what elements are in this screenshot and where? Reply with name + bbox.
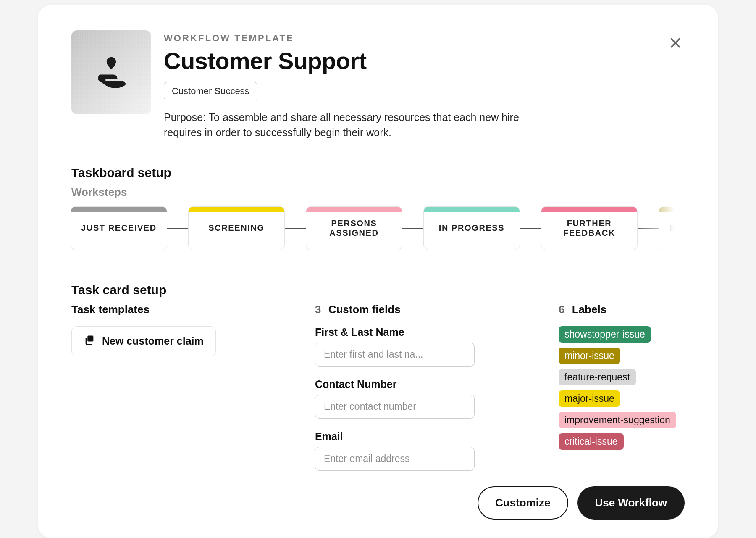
field-input[interactable]	[315, 447, 475, 471]
workstep-card[interactable]: JUST RECEIVED	[71, 206, 167, 250]
close-button[interactable]	[666, 34, 685, 53]
custom-field: Email	[315, 430, 542, 471]
workstep-label: SCREENING	[208, 223, 264, 233]
task-templates-heading: Task templates	[71, 303, 298, 316]
use-workflow-button[interactable]: Use Workflow	[578, 486, 685, 520]
field-input[interactable]	[315, 343, 475, 367]
workstep-card[interactable]: IN PROGRESS	[423, 206, 520, 250]
workstep-card[interactable]: READY TO SIGN	[659, 206, 685, 250]
svg-rect-2	[87, 335, 93, 341]
modal-header: WORKFLOW TEMPLATE Customer Support Custo…	[71, 30, 685, 140]
close-icon	[669, 36, 682, 51]
task-template-label: New customer claim	[102, 335, 204, 347]
copy-icon	[84, 334, 95, 348]
labels-count: 6	[559, 303, 564, 316]
worksteps-row: JUST RECEIVEDSCREENINGPERSONS ASSIGNEDIN…	[71, 206, 685, 250]
care-hand-icon	[88, 48, 134, 96]
label-pill[interactable]: minor-issue	[559, 348, 620, 364]
modal-footer: Customize Use Workflow	[478, 486, 685, 520]
label-pill[interactable]: improvement-suggestion	[559, 412, 676, 428]
workstep-label: FURTHER FEEDBACK	[549, 219, 630, 238]
taskboard-setup-section: Taskboard setup Worksteps JUST RECEIVEDS…	[71, 166, 685, 253]
labels-heading: 6 Labels	[559, 303, 685, 316]
step-connector	[402, 228, 423, 229]
workstep-card[interactable]: SCREENING	[188, 206, 285, 250]
workstep-label: IN PROGRESS	[439, 223, 505, 233]
custom-fields-count: 3	[315, 303, 321, 316]
hero-icon	[71, 30, 151, 114]
category-chip[interactable]: Customer Success	[164, 82, 257, 100]
label-pill[interactable]: critical-issue	[559, 433, 624, 450]
step-connector	[167, 228, 188, 229]
field-label: Email	[315, 430, 542, 443]
taskboard-section-title: Taskboard setup	[71, 166, 685, 180]
eyebrow: WORKFLOW TEMPLATE	[164, 33, 542, 44]
page-title: Customer Support	[164, 47, 542, 74]
custom-fields-heading: 3 Custom fields	[315, 303, 542, 316]
field-label: Contact Number	[315, 378, 542, 390]
task-card-section-title: Task card setup	[71, 283, 685, 297]
label-pill[interactable]: major-issue	[559, 390, 620, 407]
purpose-text: Purpose: To assemble and share all neces…	[164, 110, 542, 140]
workstep-label: JUST RECEIVED	[81, 223, 157, 233]
labels-wrap: showstopper-issueminor-issuefeature-requ…	[559, 326, 685, 450]
step-connector	[638, 228, 659, 229]
custom-field: Contact Number	[315, 378, 542, 419]
label-pill[interactable]: feature-request	[559, 369, 636, 385]
task-template-card[interactable]: New customer claim	[71, 326, 216, 356]
step-connector	[520, 228, 541, 229]
template-modal: WORKFLOW TEMPLATE Customer Support Custo…	[38, 5, 718, 538]
customize-button[interactable]: Customize	[478, 486, 568, 520]
workstep-card[interactable]: PERSONS ASSIGNED	[306, 206, 402, 250]
step-connector	[285, 228, 306, 229]
workstep-card[interactable]: FURTHER FEEDBACK	[541, 206, 638, 250]
task-card-setup-section: Task card setup Task templates New custo…	[71, 283, 685, 483]
field-input[interactable]	[315, 395, 475, 419]
custom-field: First & Last Name	[315, 326, 542, 367]
label-pill[interactable]: showstopper-issue	[559, 326, 651, 343]
workstep-label: PERSONS ASSIGNED	[314, 219, 394, 238]
field-label: First & Last Name	[315, 326, 542, 338]
worksteps-label: Worksteps	[71, 186, 685, 199]
workstep-label: READY TO SIGN	[669, 223, 685, 233]
